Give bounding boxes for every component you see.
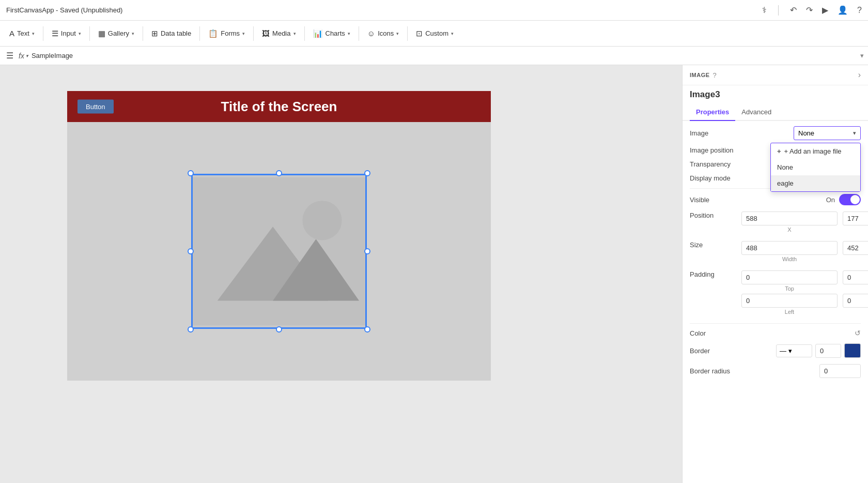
none-option-label: None xyxy=(777,163,793,171)
handle-bottom-right[interactable] xyxy=(364,326,370,333)
position-row: Position X Y xyxy=(690,212,861,235)
toolbar-custom-label: Custom xyxy=(425,29,448,37)
handle-mid-left[interactable] xyxy=(188,248,194,254)
screen-button[interactable]: Button xyxy=(78,100,114,114)
charts-caret: ▾ xyxy=(348,31,350,36)
panel-expand-button[interactable]: › xyxy=(858,70,861,80)
size-inputs: Width Height xyxy=(741,241,868,264)
formula-expand-icon[interactable]: ▾ xyxy=(860,52,864,59)
datatable-icon: ⊞ xyxy=(151,29,158,38)
color-reset-icon[interactable]: ↺ xyxy=(855,329,861,337)
handle-bottom-left[interactable] xyxy=(188,326,194,333)
toolbar-item-custom[interactable]: ⊡ Custom ▾ xyxy=(411,26,459,41)
width-sublabel: Width xyxy=(741,256,838,262)
pos-y-input[interactable] xyxy=(843,212,868,225)
redo-icon[interactable]: ↷ xyxy=(806,5,813,15)
pad-left-input[interactable] xyxy=(741,294,838,308)
pad-right-group: Right xyxy=(843,294,868,315)
toolbar-item-text[interactable]: A Text ▾ xyxy=(4,26,40,41)
gallery-icon: ▦ xyxy=(98,29,105,38)
top-bar-title: FirstCanvasApp - Saved (Unpublished) xyxy=(6,6,122,14)
custom-caret: ▾ xyxy=(451,31,454,36)
tab-advanced[interactable]: Advanced xyxy=(735,104,778,121)
sep5 xyxy=(253,26,254,41)
toolbar-item-charts[interactable]: 📊 Charts ▾ xyxy=(308,26,355,41)
sep2 xyxy=(89,26,90,41)
width-input[interactable] xyxy=(741,241,838,255)
sep8 xyxy=(407,26,408,41)
toolbar-item-input[interactable]: ☰ Input ▾ xyxy=(47,26,86,41)
toolbar-gallery-label: Gallery xyxy=(108,29,129,37)
toolbar-input-label: Input xyxy=(61,29,76,37)
border-style-select[interactable]: — ▾ xyxy=(776,344,812,357)
border-color-swatch[interactable] xyxy=(844,343,861,358)
x-sublabel: X xyxy=(741,227,838,233)
screen-header: Button Title of the Screen xyxy=(67,91,491,122)
toolbar-text-label: Text xyxy=(17,29,29,37)
canvas-area: Button Title of the Screen xyxy=(0,65,682,483)
handle-top-left[interactable] xyxy=(188,170,194,176)
border-row: Border — ▾ xyxy=(690,343,861,358)
eagle-option-label: eagle xyxy=(777,179,794,187)
pad-bottom-input[interactable] xyxy=(843,270,868,284)
canvas-screen: Button Title of the Screen xyxy=(67,91,491,381)
screen-title: Title of the Screen xyxy=(221,99,337,115)
screen-content xyxy=(67,122,491,381)
handle-mid-right[interactable] xyxy=(364,248,370,254)
toolbar-charts-label: Charts xyxy=(326,29,345,37)
play-icon[interactable]: ▶ xyxy=(822,5,828,15)
formula-fx[interactable]: fx ▾ xyxy=(19,52,28,60)
image-prop-row: Image None ▾ + + Add an image file None … xyxy=(690,126,861,140)
border-width-input[interactable] xyxy=(815,344,841,358)
pad-top-input[interactable] xyxy=(741,270,838,284)
stethoscope-icon[interactable]: ⚕ xyxy=(762,5,767,15)
handle-top-right[interactable] xyxy=(364,170,370,176)
input-caret: ▾ xyxy=(79,31,81,36)
panel-header: IMAGE ? › xyxy=(683,65,868,85)
top-bar: FirstCanvasApp - Saved (Unpublished) ⚕ ↶… xyxy=(0,0,868,21)
help-icon[interactable]: ? xyxy=(857,6,862,15)
toolbar-item-gallery[interactable]: ▦ Gallery ▾ xyxy=(93,26,140,41)
toolbar-item-icons[interactable]: ☺ Icons ▾ xyxy=(362,26,404,41)
display-mode-label: Display mode xyxy=(690,174,741,182)
height-input[interactable] xyxy=(843,241,868,255)
properties-section: Image None ▾ + + Add an image file None … xyxy=(683,121,868,389)
image-dropdown[interactable]: None ▾ xyxy=(794,126,861,140)
image-placeholder-container[interactable] xyxy=(191,174,367,329)
handle-bottom-center[interactable] xyxy=(276,326,282,333)
visible-toggle[interactable] xyxy=(839,194,861,205)
toolbar-item-datatable[interactable]: ⊞ Data table xyxy=(146,26,196,41)
pos-x-input[interactable] xyxy=(741,212,838,225)
tab-properties[interactable]: Properties xyxy=(690,104,735,121)
image-dropdown-menu: + + Add an image file None eagle xyxy=(770,143,861,192)
visible-toggle-container: On xyxy=(826,194,861,205)
right-panel: IMAGE ? › Image3 Properties Advanced Ima… xyxy=(682,65,868,483)
toolbar-item-forms[interactable]: 📋 Forms ▾ xyxy=(203,26,250,41)
media-icon: 🖼 xyxy=(262,29,270,38)
border-radius-input[interactable] xyxy=(819,364,861,378)
panel-help-icon[interactable]: ? xyxy=(713,71,717,79)
dropdown-eagle-item[interactable]: eagle xyxy=(771,175,860,191)
hamburger-icon[interactable]: ☰ xyxy=(4,49,16,63)
icons-icon: ☺ xyxy=(367,29,375,38)
right-sublabel: Right xyxy=(843,309,868,315)
formula-input[interactable] xyxy=(32,52,857,59)
undo-icon[interactable]: ↶ xyxy=(790,5,797,15)
pad-right-input[interactable] xyxy=(843,294,868,308)
sep6 xyxy=(304,26,305,41)
fx-symbol: fx xyxy=(19,52,24,60)
bottom-sublabel: Bottom xyxy=(843,285,868,292)
dropdown-none-item[interactable]: None xyxy=(771,159,860,175)
toolbar-forms-label: Forms xyxy=(221,29,240,37)
toolbar-media-label: Media xyxy=(272,29,290,37)
dropdown-add-item[interactable]: + + Add an image file xyxy=(771,143,860,159)
text-caret: ▾ xyxy=(32,31,35,36)
toolbar-item-media[interactable]: 🖼 Media ▾ xyxy=(257,26,301,41)
image-label: Image xyxy=(690,129,741,137)
transparency-label: Transparency xyxy=(690,160,741,168)
left-sublabel: Left xyxy=(741,309,838,315)
handle-top-center[interactable] xyxy=(276,170,282,176)
user-icon[interactable]: 👤 xyxy=(838,5,848,15)
y-sublabel: Y xyxy=(843,227,868,233)
forms-caret: ▾ xyxy=(242,31,245,36)
